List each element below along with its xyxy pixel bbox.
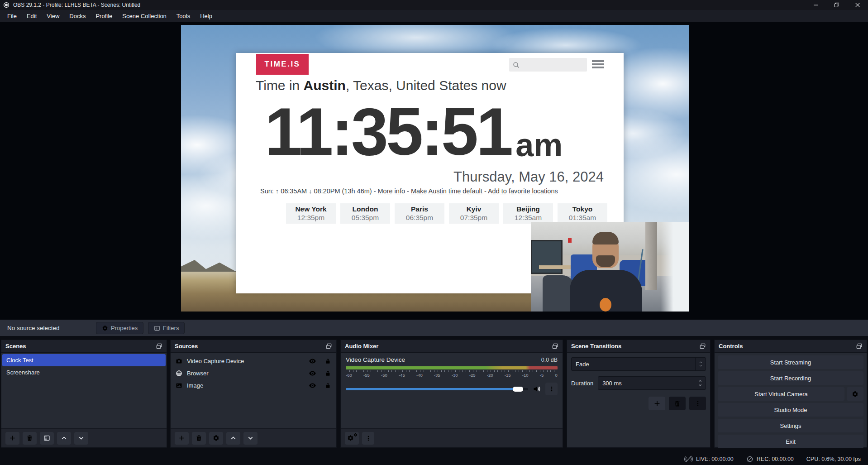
- volume-meter: [346, 366, 558, 369]
- restore-button[interactable]: [826, 0, 847, 10]
- city-card: Beijing12:35am: [503, 203, 553, 224]
- menu-tools[interactable]: Tools: [172, 10, 195, 22]
- menu-edit[interactable]: Edit: [22, 10, 42, 22]
- transition-menu-button[interactable]: [689, 397, 706, 410]
- add-scene-button[interactable]: [5, 432, 19, 445]
- tick-label: -15: [505, 373, 511, 378]
- visibility-eye-icon[interactable]: [309, 369, 316, 377]
- scene-item-clock-test[interactable]: Clock Test: [2, 354, 166, 366]
- duration-row: Duration 300 ms: [571, 376, 706, 390]
- bright-window: [661, 222, 689, 312]
- popout-icon[interactable]: [699, 343, 706, 350]
- filters-button[interactable]: Filters: [148, 322, 185, 334]
- filter-icon: [43, 435, 50, 441]
- start-virtual-camera-button[interactable]: Start Virtual Camera: [718, 387, 844, 401]
- cpu-fps-text: CPU: 0.6%, 30.00 fps: [806, 456, 861, 462]
- settings-button[interactable]: Settings: [718, 419, 863, 432]
- volume-slider[interactable]: [346, 388, 528, 390]
- gear-icon: [102, 325, 108, 331]
- popout-icon[interactable]: [325, 343, 332, 350]
- mixer-channel-menu-button[interactable]: [545, 383, 558, 395]
- start-streaming-button[interactable]: Start Streaming: [718, 355, 863, 369]
- controls-panel: Controls Start Streaming Start Recording…: [714, 340, 867, 448]
- studio-mode-button[interactable]: Studio Mode: [718, 403, 863, 417]
- popout-icon[interactable]: [856, 343, 863, 350]
- search-icon: [512, 61, 520, 69]
- minimize-button[interactable]: [806, 0, 826, 10]
- mixer-channel-name: Video Capture Device: [346, 356, 405, 363]
- menu-view[interactable]: View: [42, 10, 64, 22]
- clock-time: 11:35:51: [265, 106, 511, 157]
- preview-area: TIME.IS Time in Austin, Texas, United St…: [0, 22, 868, 320]
- exit-button[interactable]: Exit: [718, 435, 863, 448]
- scene-canvas[interactable]: TIME.IS Time in Austin, Texas, United St…: [181, 25, 689, 312]
- move-source-up-button[interactable]: [226, 432, 240, 445]
- transition-value: Fade: [576, 361, 589, 368]
- source-row-image[interactable]: Image: [171, 379, 336, 392]
- scenes-list: Clock Test Screenshare: [1, 353, 167, 380]
- timeis-city-row: New York12:35pm London05:35pm Paris06:35…: [286, 203, 607, 224]
- visibility-eye-icon[interactable]: [309, 382, 316, 389]
- lock-icon[interactable]: [324, 370, 331, 377]
- mixer-menu-button[interactable]: [362, 432, 374, 445]
- tick-label: -20: [487, 373, 493, 378]
- source-row-browser[interactable]: Browser: [171, 367, 336, 379]
- close-button[interactable]: [847, 0, 868, 10]
- remove-transition-button[interactable]: [669, 397, 686, 410]
- mixer-channel: Video Capture Device 0.0 dB -60 -55 -50 …: [341, 353, 563, 395]
- lock-icon[interactable]: [324, 382, 331, 389]
- menu-profile[interactable]: Profile: [91, 10, 117, 22]
- menu-file[interactable]: File: [2, 10, 22, 22]
- menu-scene-collection[interactable]: Scene Collection: [117, 10, 172, 22]
- scene-filters-button[interactable]: [40, 432, 54, 445]
- tick-label: 0: [555, 373, 558, 378]
- duration-value: 300 ms: [602, 380, 622, 387]
- separator: -: [405, 187, 411, 195]
- sources-toolbar: [171, 428, 336, 447]
- advanced-audio-button[interactable]: [345, 432, 359, 445]
- city-time: 07:35pm: [449, 214, 499, 222]
- obs-logo-icon: [3, 2, 10, 8]
- menu-docks[interactable]: Docks: [64, 10, 91, 22]
- popout-icon[interactable]: [156, 343, 162, 350]
- duration-spin-arrows[interactable]: [697, 379, 703, 387]
- duration-spinbox[interactable]: 300 ms: [598, 376, 706, 390]
- move-scene-down-button[interactable]: [74, 432, 88, 445]
- status-bar: LIVE: 00:00:00 REC: 00:00:00 CPU: 0.6%, …: [0, 453, 868, 465]
- popout-icon[interactable]: [552, 343, 558, 350]
- move-scene-up-button[interactable]: [57, 432, 71, 445]
- remove-source-button[interactable]: [192, 432, 206, 445]
- properties-button[interactable]: Properties: [96, 322, 143, 334]
- city-card: New York12:35pm: [286, 203, 336, 224]
- volume-slider-handle[interactable]: [513, 387, 523, 392]
- scene-item-screenshare[interactable]: Screenshare: [2, 366, 166, 379]
- double-gear-icon: [347, 434, 357, 443]
- start-recording-button[interactable]: Start Recording: [718, 371, 863, 385]
- concrete-pillar: [645, 222, 657, 290]
- source-properties-button[interactable]: [209, 432, 223, 445]
- heading-city: Austin: [304, 78, 346, 93]
- add-source-button[interactable]: [175, 432, 189, 445]
- move-source-down-button[interactable]: [243, 432, 258, 445]
- tick-label: -55: [363, 373, 370, 378]
- menu-help[interactable]: Help: [195, 10, 217, 22]
- visibility-eye-icon[interactable]: [309, 357, 316, 365]
- speaker-icon[interactable]: [533, 385, 541, 393]
- lock-icon[interactable]: [324, 358, 331, 364]
- person-hair: [592, 232, 619, 244]
- add-transition-button[interactable]: [649, 397, 665, 410]
- live-time: LIVE: 00:00:00: [696, 456, 734, 462]
- remove-scene-button[interactable]: [23, 432, 37, 445]
- fire-alarm: [568, 238, 572, 243]
- scenes-toolbar: [1, 428, 167, 447]
- virtual-camera-config-button[interactable]: [847, 387, 863, 401]
- plus-icon: [178, 435, 185, 441]
- tick-label: -10: [522, 373, 529, 378]
- source-row-video-capture[interactable]: Video Capture Device: [171, 355, 336, 367]
- kebab-icon: [365, 435, 372, 441]
- transition-select-arrows[interactable]: [695, 358, 706, 370]
- chevron-down-icon: [78, 435, 85, 441]
- transition-select[interactable]: Fade: [571, 357, 706, 371]
- tick-label: -30: [452, 373, 458, 378]
- city-name: Tokyo: [558, 205, 607, 213]
